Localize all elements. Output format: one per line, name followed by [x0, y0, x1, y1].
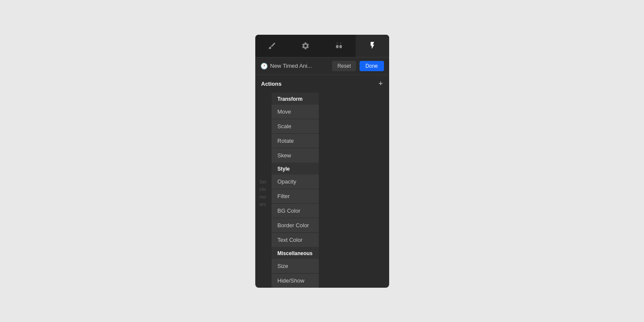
actions-label: Actions [261, 81, 282, 87]
tab-drops[interactable] [322, 35, 356, 57]
menu-item-border-color[interactable]: Border Color [272, 218, 319, 232]
svg-point-1 [339, 45, 342, 48]
menu-item-bg-color[interactable]: BG Color [272, 204, 319, 218]
menu-item-rotate[interactable]: Rotate [272, 134, 319, 148]
menu-item-text-color[interactable]: Text Color [272, 233, 319, 247]
group-miscellaneous: Miscellaneous [272, 247, 319, 259]
done-button[interactable]: Done [360, 61, 384, 71]
group-style: Style [272, 163, 319, 175]
clock-icon: 🕐 [260, 63, 268, 69]
tab-brush[interactable] [255, 35, 289, 57]
animation-title: 🕐 New Timed Ani... [260, 63, 329, 69]
svg-point-0 [336, 45, 338, 48]
menu-item-filter[interactable]: Filter [272, 189, 319, 203]
menu-item-opacity[interactable]: Opacity [272, 175, 319, 189]
add-action-button[interactable]: + [378, 79, 383, 88]
animation-title-text: New Timed Ani... [270, 63, 312, 69]
main-panel: 🕐 New Timed Ani... Reset Done Actions + … [255, 35, 389, 288]
menu-item-move[interactable]: Move [272, 105, 319, 119]
tab-bar [255, 35, 389, 57]
menu-item-scale[interactable]: Scale [272, 119, 319, 133]
menu-item-size[interactable]: Size [272, 259, 319, 273]
actions-dropdown: Transform Move Scale Rotate Skew Style O… [272, 93, 319, 288]
actions-bar: Actions + [255, 75, 389, 93]
header-row: 🕐 New Timed Ani... Reset Done [255, 57, 389, 75]
reset-button[interactable]: Reset [332, 61, 356, 71]
menu-item-hide-show[interactable]: Hide/Show [272, 274, 319, 288]
tab-gear[interactable] [289, 35, 322, 57]
group-transform: Transform [272, 93, 319, 105]
menu-item-skew[interactable]: Skew [272, 148, 319, 163]
tab-bolt[interactable] [356, 35, 389, 57]
